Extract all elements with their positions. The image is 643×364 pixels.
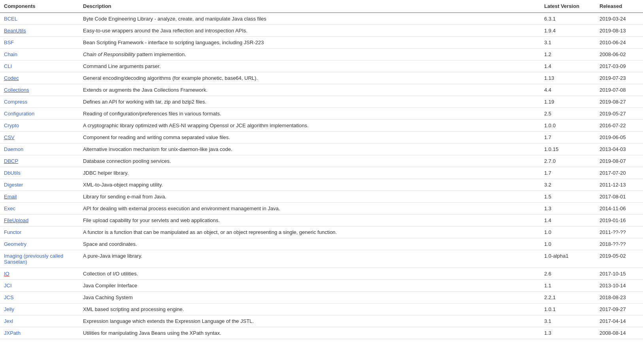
released-cell: 2011-12-13 [596, 179, 643, 191]
version-cell: 3.1 [540, 315, 596, 327]
released-cell: 2019-06-05 [596, 132, 643, 143]
description-cell: Collection of I/O utilities. [79, 268, 540, 280]
released-cell: 2019-03-24 [596, 13, 643, 25]
released-cell: 2019-07-08 [596, 84, 643, 96]
table-row: CSVComponent for reading and writing com… [0, 132, 643, 143]
description-cell: Component for reading and writing comma … [79, 132, 540, 143]
version-cell: 2.7.0 [540, 155, 596, 167]
component-link[interactable]: BSF [4, 40, 14, 45]
component-link[interactable]: Exec [4, 206, 15, 211]
table-row: JCSJava Caching System2.2,12018-08-23 [0, 292, 643, 304]
component-link[interactable]: BeanUtils [4, 28, 26, 34]
released-cell: 2017-03-09 [596, 60, 643, 72]
version-cell: 1.0.1 [540, 304, 596, 315]
description-cell: Java Caching System [79, 292, 540, 304]
released-cell: 2017-09-27 [596, 304, 643, 315]
released-cell: 2019-05-02 [596, 250, 643, 268]
table-row: DaemonAlternative invocation mechanism f… [0, 143, 643, 155]
component-link[interactable]: JCS [4, 294, 14, 300]
component-link[interactable]: Imaging (previously called Sanselan) [4, 253, 63, 265]
description-cell: Bean Scripting Framework - interface to … [79, 37, 540, 49]
table-row: FileUploadFile upload capability for you… [0, 215, 643, 226]
description-cell: Extends or augments the Java Collections… [79, 84, 540, 96]
table-row: DbUtilsJDBC helper library.1.72017-07-20 [0, 167, 643, 179]
table-row: CryptoA cryptographic library optimized … [0, 120, 643, 132]
version-cell: 1.0 [540, 238, 596, 250]
description-cell: Database connection pooling services. [79, 155, 540, 167]
description-cell: JDBC helper library. [79, 167, 540, 179]
component-link[interactable]: Jexl [4, 318, 13, 324]
component-link[interactable]: CLI [4, 63, 12, 69]
description-cell: Java Compiler Interface [79, 280, 540, 292]
table-row: CodecGeneral encoding/decoding algorithm… [0, 72, 643, 84]
description-cell: XML based scripting and processing engin… [79, 304, 540, 315]
table-row: JellyXML based scripting and processing … [0, 304, 643, 315]
version-cell: 1.4 [540, 215, 596, 226]
component-link[interactable]: IO [4, 271, 9, 277]
component-link[interactable]: Digester [4, 182, 23, 188]
component-link[interactable]: Daemon [4, 146, 23, 152]
version-cell: 1.5 [540, 191, 596, 203]
table-row: IOCollection of I/O utilities.2.62017-10… [0, 268, 643, 280]
version-cell: 1.3 [540, 327, 596, 339]
table-row: DBCPDatabase connection pooling services… [0, 155, 643, 167]
table-row: Imaging (previously called Sanselan)A pu… [0, 250, 643, 268]
description-cell: Reading of configuration/preferences fil… [79, 108, 540, 120]
released-cell: 2018-??-?? [596, 238, 643, 250]
released-cell: 2008-08-14 [596, 327, 643, 339]
released-cell: 2013-04-03 [596, 143, 643, 155]
released-cell: 2013-10-14 [596, 280, 643, 292]
version-cell: 1.0.0 [540, 120, 596, 132]
table-row: EmailLibrary for sending e-mail from Jav… [0, 191, 643, 203]
description-cell: A functor is a function that can be mani… [79, 226, 540, 238]
component-link[interactable]: Codec [4, 75, 19, 81]
released-cell: 2016-07-22 [596, 120, 643, 132]
table-row: ChainChain of Responsibility pattern imp… [0, 49, 643, 60]
released-cell: 2018-08-23 [596, 292, 643, 304]
version-cell: 1.1 [540, 280, 596, 292]
description-cell: Easy-to-use wrappers around the Java ref… [79, 25, 540, 37]
component-link[interactable]: Geometry [4, 241, 26, 247]
component-link[interactable]: JXPath [4, 330, 21, 336]
component-link[interactable]: Functor [4, 229, 21, 235]
component-link[interactable]: BCEL [4, 16, 17, 22]
table-row: FunctorA functor is a function that can … [0, 226, 643, 238]
component-link[interactable]: Compress [4, 99, 27, 105]
version-cell: 1.4 [540, 60, 596, 72]
header-released: Released [596, 0, 643, 13]
version-cell: 1.19 [540, 96, 596, 108]
table-row: JexlExpression language which extends th… [0, 315, 643, 327]
description-cell: Byte Code Engineering Library - analyze,… [79, 13, 540, 25]
component-link[interactable]: Collections [4, 87, 29, 93]
description-cell: XML-to-Java-object mapping utility. [79, 179, 540, 191]
released-cell: 2017-08-01 [596, 191, 643, 203]
version-cell: 1.0 [540, 226, 596, 238]
released-cell: 2019-07-23 [596, 72, 643, 84]
header-version: Latest Version [540, 0, 596, 13]
released-cell: 2019-08-13 [596, 25, 643, 37]
header-component: Components [0, 0, 79, 13]
description-cell: Utilities for manipulating Java Beans us… [79, 327, 540, 339]
component-link[interactable]: DBCP [4, 158, 18, 164]
component-link[interactable]: FileUpload [4, 217, 28, 223]
description-cell: General encoding/decoding algorithms (fo… [79, 72, 540, 84]
component-link[interactable]: Email [4, 194, 17, 200]
description-cell: A cryptographic library optimized with A… [79, 120, 540, 132]
component-link[interactable]: CSV [4, 134, 15, 140]
component-link[interactable]: Chain [4, 51, 17, 57]
component-link[interactable]: DbUtils [4, 170, 21, 176]
description-cell: API for dealing with external process ex… [79, 203, 540, 215]
version-cell: 6.3.1 [540, 13, 596, 25]
table-row: GeometrySpace and coordinates.1.02018-??… [0, 238, 643, 250]
description-cell: Expression language which extends the Ex… [79, 315, 540, 327]
component-link[interactable]: JCI [4, 283, 12, 289]
version-cell: 1.9.4 [540, 25, 596, 37]
version-cell: 1.7 [540, 167, 596, 179]
component-link[interactable]: Crypto [4, 123, 19, 128]
component-link[interactable]: Jelly [4, 306, 14, 312]
table-row: CompressDefines an API for working with … [0, 96, 643, 108]
table-header-row: Components Description Latest Version Re… [0, 0, 643, 13]
component-link[interactable]: Configuration [4, 111, 34, 117]
version-cell: 4.4 [540, 84, 596, 96]
released-cell: 2010-06-24 [596, 37, 643, 49]
